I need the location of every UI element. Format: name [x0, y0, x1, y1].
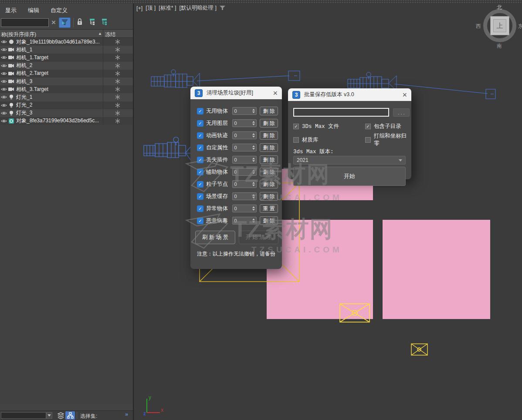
freeze-snowflake-icon[interactable] [115, 71, 121, 76]
compass-south[interactable]: 南 [497, 42, 502, 50]
freeze-snowflake-icon[interactable] [115, 94, 121, 100]
count-spinner[interactable]: 0 [232, 107, 257, 115]
action-button[interactable]: 删 除 [260, 168, 278, 176]
viewcube[interactable]: 上 北 南 东 西 [483, 9, 516, 42]
menu-edit[interactable]: 编辑 [28, 7, 39, 14]
spinner-arrows-icon[interactable] [252, 158, 256, 162]
collapse-hierarchy-icon[interactable] [101, 18, 110, 27]
spinner-arrows-icon[interactable] [252, 170, 256, 174]
action-button[interactable]: 删 除 [260, 143, 278, 152]
count-spinner[interactable]: 0 [232, 168, 257, 176]
viewport-menu-general[interactable]: [+] [136, 5, 142, 11]
dialog-titlebar[interactable]: 3 清理场景垃圾[好用] × [190, 87, 282, 99]
table-row[interactable]: 灯光_1 [0, 93, 133, 101]
compass-north[interactable]: 北 [497, 4, 502, 11]
pink-plane-object[interactable] [267, 220, 373, 319]
close-icon[interactable]: × [402, 91, 407, 99]
table-row[interactable]: 对象_19e1119bb9ac04d61a789e3... [0, 38, 133, 46]
checkbox[interactable]: ✓ [197, 205, 203, 212]
action-button[interactable]: 删 除 [260, 119, 278, 128]
freeze-snowflake-icon[interactable] [115, 47, 121, 52]
freeze-snowflake-icon[interactable] [115, 79, 121, 84]
clear-search-icon[interactable]: × [51, 18, 56, 27]
eye-visibility-icon[interactable] [1, 71, 7, 76]
eye-visibility-icon[interactable] [1, 111, 7, 116]
table-row[interactable]: 对象_8fe3a73199e9043d2b6ed5c... [0, 117, 133, 125]
spinner-arrows-icon[interactable] [252, 194, 256, 198]
viewport-menu-perspective[interactable]: [标准* ] [159, 4, 176, 12]
checkbox[interactable]: ✓ [197, 120, 203, 127]
eye-visibility-icon[interactable] [1, 94, 7, 100]
compass-east[interactable]: 东 [518, 23, 522, 30]
column-divider[interactable] [103, 30, 103, 38]
count-spinner[interactable]: 0 [232, 131, 257, 139]
checkbox-option[interactable]: ✓ 材质库 [293, 132, 365, 147]
table-row[interactable]: 相机_3.Target [0, 85, 133, 93]
checkbox[interactable]: ✓ [293, 137, 299, 143]
checkbox[interactable]: ✓ [293, 124, 299, 129]
viewport-menu-view[interactable]: [顶 ] [146, 4, 156, 12]
action-button[interactable]: 删 除 [260, 216, 278, 225]
table-row[interactable]: 灯光_2 [0, 101, 133, 109]
spinner-arrows-icon[interactable] [252, 109, 256, 113]
freeze-snowflake-icon[interactable] [115, 118, 121, 124]
version-dropdown[interactable]: 2021 [293, 156, 406, 165]
filter-button[interactable] [59, 17, 71, 28]
freeze-snowflake-icon[interactable] [115, 103, 121, 108]
overflow-chevrons[interactable]: » [125, 411, 128, 417]
hierarchy-mode-icon[interactable] [65, 411, 75, 420]
count-spinner[interactable]: 0 [232, 180, 257, 188]
action-button[interactable]: 删 除 [260, 180, 278, 188]
eye-visibility-icon[interactable] [1, 47, 7, 52]
checkbox[interactable]: ✓ [197, 181, 203, 188]
checkbox-option[interactable]: ✓ 包含子目录 [365, 123, 407, 130]
table-row[interactable]: 灯光_3 [0, 109, 133, 117]
viewport-filter-icon[interactable] [220, 6, 225, 10]
browse-button[interactable]: . . . [393, 108, 410, 117]
sort-ascending-icon[interactable]: ▲ [98, 31, 102, 36]
count-spinner[interactable]: 0 [232, 217, 257, 225]
checkbox[interactable]: ✓ [197, 108, 203, 114]
count-spinner[interactable]: 0 [232, 119, 257, 127]
spinner-arrows-icon[interactable] [252, 206, 256, 211]
count-spinner[interactable]: 0 [232, 144, 257, 151]
folder-path-input[interactable] [293, 108, 389, 117]
spinner-arrows-icon[interactable] [252, 145, 256, 150]
count-spinner[interactable]: 0 [232, 205, 257, 212]
layers-icon[interactable] [56, 411, 65, 420]
checkbox[interactable]: ✓ [197, 157, 203, 163]
checkbox[interactable]: ✓ [365, 124, 371, 129]
eye-visibility-icon[interactable] [1, 39, 7, 44]
selection-set-combo[interactable] [1, 412, 46, 419]
action-button[interactable]: 删 除 [260, 155, 278, 164]
freeze-snowflake-icon[interactable] [115, 63, 121, 68]
refresh-scene-button[interactable]: 刷 新 场 景 [195, 231, 235, 244]
search-input[interactable] [1, 18, 49, 27]
window-drag-strip[interactable] [0, 0, 522, 3]
freeze-snowflake-icon[interactable] [115, 87, 121, 92]
explorer-empty-area[interactable] [0, 125, 133, 404]
eye-visibility-icon[interactable] [1, 63, 7, 68]
action-button[interactable]: 重 置 [260, 204, 278, 213]
freeze-snowflake-icon[interactable] [115, 55, 121, 60]
checkbox[interactable]: ✓ [197, 193, 203, 200]
checkbox-option[interactable]: ✓ 3Ds Max 文件 [293, 123, 365, 130]
spinner-arrows-icon[interactable] [252, 218, 256, 223]
action-button[interactable]: 删 除 [260, 131, 278, 140]
dialog-titlebar[interactable]: 3 批量保存低版本 v3.0 × [288, 88, 411, 101]
checkbox[interactable]: ✓ [197, 218, 203, 224]
name-column-header[interactable]: 称(按升序排序) [1, 31, 36, 38]
viewcube-top-face[interactable]: 上 [490, 16, 509, 35]
viewport-menu-shading[interactable]: [默认明暗处理 ] [179, 4, 216, 12]
checkbox[interactable]: ✓ [197, 169, 203, 175]
eye-visibility-icon[interactable] [1, 55, 7, 60]
column-header[interactable]: 称(按升序排序) ▲ 冻结 [0, 29, 133, 38]
pink-plane-object[interactable] [383, 220, 490, 319]
table-row[interactable]: 相机_2 [0, 62, 133, 70]
checkbox[interactable]: ✓ [197, 132, 203, 139]
eye-visibility-icon[interactable] [1, 79, 7, 84]
spinner-arrows-icon[interactable] [252, 182, 256, 186]
start-clean-button[interactable]: 开 始 清 理 [239, 231, 278, 244]
combo-dropdown-button[interactable] [46, 412, 52, 419]
checkbox[interactable]: ✓ [365, 137, 371, 143]
